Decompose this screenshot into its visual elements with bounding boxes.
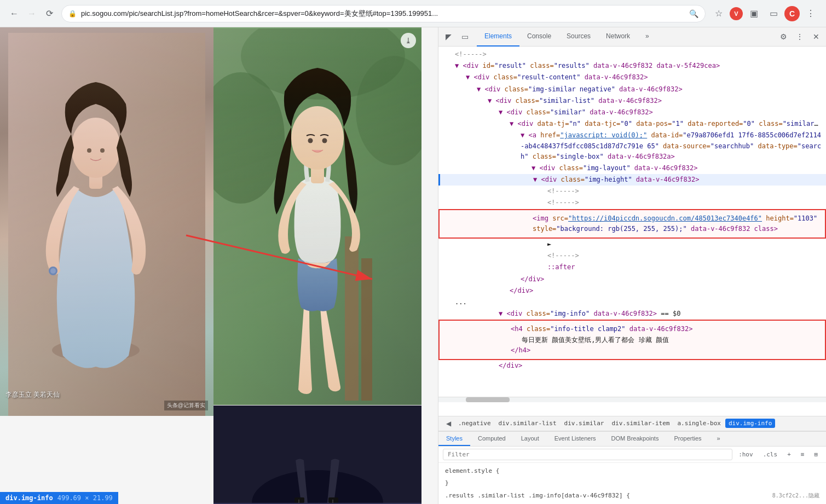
tree-line: </div> <box>438 285 826 297</box>
svg-point-7 <box>50 268 56 274</box>
url-text: pic.sogou.com/pic/searchList.jsp?from=ho… <box>81 9 685 19</box>
styles-filter-bar: :hov .cls + ≡ ⊞ <box>438 447 826 463</box>
devtools-tabs: Elements Console Sources Network » <box>477 27 776 47</box>
tree-line: ► <box>438 239 826 250</box>
browser-toolbar-right: ☆ V ▣ ▭ C ⋮ <box>710 5 819 22</box>
back-button[interactable]: ← <box>7 6 22 21</box>
html-tree[interactable]: <!-----> ▼ <div id="result" class="resul… <box>438 47 826 397</box>
tree-line: <!-----> <box>438 197 826 208</box>
person-image-bottom <box>213 405 421 504</box>
tree-line[interactable]: ▼ <div class="img-layout" data-v-46c9f83… <box>438 163 826 174</box>
tab-console[interactable]: Console <box>519 27 559 47</box>
breadcrumb-back-button[interactable]: ◀ <box>443 418 454 429</box>
svg-point-3 <box>71 118 120 178</box>
filter-grid-button[interactable]: ⊞ <box>810 449 822 460</box>
devtools-more-button[interactable]: ⋮ <box>792 29 807 44</box>
person-image-right <box>213 27 421 405</box>
filter-cls-button[interactable]: .cls <box>759 449 782 460</box>
svg-point-4 <box>87 148 91 153</box>
tree-line-img-height[interactable]: ▼ <div class="img-height" data-v-46c9f83… <box>438 174 826 186</box>
style-rule-element: element.style { <box>438 465 826 478</box>
devtools-settings-button[interactable]: ⚙ <box>776 29 791 44</box>
menu-button[interactable]: ⋮ <box>802 5 819 22</box>
element-size: 499.69 × 21.99 <box>57 494 113 502</box>
tree-line: <!-----> <box>438 49 826 60</box>
device-toolbar-button[interactable]: ▭ <box>457 29 472 44</box>
tab-network[interactable]: Network <box>598 27 638 47</box>
save-button-right[interactable]: ⤓ <box>401 33 416 48</box>
svg-point-5 <box>100 148 105 153</box>
breadcrumb-item-similar-list[interactable]: div.similar-list <box>495 419 560 428</box>
reload-button[interactable]: ⟳ <box>42 6 57 21</box>
extension-button[interactable]: ▣ <box>745 5 763 22</box>
svg-point-15 <box>291 106 344 170</box>
tree-line[interactable]: ▼ <div class="similar-list" data-v-46c9f… <box>438 95 826 107</box>
left-main-image: 李彦玉立 美若天仙 头条@记算看实 <box>0 27 213 416</box>
tab-sources[interactable]: Sources <box>559 27 598 47</box>
styles-tab-properties[interactable]: Properties <box>666 432 709 446</box>
main-content: 李彦玉立 美若天仙 头条@记算看实 <box>0 27 826 504</box>
styles-tab-more[interactable]: » <box>709 432 728 446</box>
styles-tab-computed[interactable]: Computed <box>470 432 513 446</box>
breadcrumb-item-negative[interactable]: .negative <box>455 419 494 428</box>
tree-line-close: </div> <box>438 360 826 372</box>
tree-line[interactable]: ▼ <a href="javascript: void(0);" data-id… <box>438 130 826 163</box>
tree-line-img-info[interactable]: ▼ <div class="img-info" data-v-46c9f832>… <box>438 308 826 320</box>
filter-list-button[interactable]: ≡ <box>797 449 808 460</box>
styles-tab-layout[interactable]: Layout <box>513 432 547 446</box>
styles-tab-dom-breakpoints[interactable]: DOM Breakpoints <box>604 432 667 446</box>
profile-avatar[interactable]: C <box>784 6 800 21</box>
filter-hov-button[interactable]: :hov <box>735 449 757 460</box>
left-image-caption: 李彦玉立 美若天仙 <box>5 390 60 399</box>
tree-line[interactable]: ▼ <div data-tj="n" data-tjc="0" data-pos… <box>438 118 826 130</box>
tree-line[interactable]: ▼ <div class="similar" data-v-46c9f832> <box>438 107 826 118</box>
breadcrumb-item-img-info[interactable]: div.img-info <box>725 419 775 428</box>
forward-button[interactable]: → <box>24 6 39 21</box>
breadcrumb-item-similar[interactable]: div.similar <box>561 419 608 428</box>
devtools-close-button[interactable]: ✕ <box>808 29 824 44</box>
right-image-column: ⤓ <box>213 27 438 504</box>
page-area: 李彦玉立 美若天仙 头条@记算看实 <box>0 27 438 504</box>
tree-line: </div> <box>438 274 826 285</box>
address-bar[interactable]: 🔒 pic.sogou.com/pic/searchList.jsp?from=… <box>61 5 706 22</box>
tree-line[interactable]: ▼ <div id="result" class="results" data-… <box>438 60 826 72</box>
right-top-image: ⤓ <box>213 27 421 405</box>
html-tree-wrapper: <!-----> ▼ <div id="result" class="resul… <box>438 47 826 416</box>
styles-filter-input[interactable] <box>443 449 732 460</box>
element-name: div.img-info <box>5 494 53 502</box>
devtools-toolbar-right: ⚙ ⋮ ✕ <box>776 29 824 44</box>
tree-line-img[interactable]: <img src="https://i04piccdn.sogoucdn.com… <box>438 209 826 239</box>
tab-elements[interactable]: Elements <box>477 27 519 47</box>
svg-rect-23 <box>332 500 333 503</box>
styles-panel: Styles Computed Layout Event Listeners D… <box>438 431 826 505</box>
tree-line: <!-----> <box>438 250 826 262</box>
search-icon: 🔍 <box>689 9 698 18</box>
right-bottom-image <box>213 405 421 504</box>
styles-tab-event-listeners[interactable]: Event Listeners <box>547 432 604 446</box>
tree-line-h4[interactable]: <h4 class="info-title clamp2" data-v-46c… <box>438 320 826 360</box>
tree-line[interactable]: ▼ <div class="result-content" data-v-46c… <box>438 72 826 83</box>
bookmark-button[interactable]: ☆ <box>710 5 727 22</box>
breadcrumb-item-similar-item[interactable]: div.similar-item <box>608 419 673 428</box>
tree-line-ellipsis: ... <box>438 297 826 308</box>
filter-add-button[interactable]: + <box>783 449 795 460</box>
svg-point-16 <box>308 138 313 143</box>
devtools-panel: ◤ ▭ Elements Console Sources Network » ⚙… <box>438 27 826 504</box>
tab-more[interactable]: » <box>638 27 657 47</box>
element-info-bar: div.img-info 499.69 × 21.99 <box>0 492 118 504</box>
style-rule-close: } <box>438 477 826 490</box>
tree-line[interactable]: ▼ <div class="img-similar negative" data… <box>438 84 826 95</box>
html-tree-h-scrollbar[interactable] <box>438 397 826 402</box>
svg-rect-12 <box>345 236 359 401</box>
cast-button[interactable]: ▭ <box>765 5 782 22</box>
vivaldi-logo: V <box>730 7 743 20</box>
security-icon: 🔒 <box>68 10 77 18</box>
styles-content: element.style { } .results .similar-list… <box>438 463 826 505</box>
breadcrumb-item-single-box[interactable]: a.single-box <box>674 419 724 428</box>
inspect-element-button[interactable]: ◤ <box>441 29 456 44</box>
left-image-column: 李彦玉立 美若天仙 头条@记算看实 <box>0 27 213 504</box>
devtools-toolbar: ◤ ▭ Elements Console Sources Network » ⚙… <box>438 27 826 47</box>
browser-toolbar: ← → ⟳ 🔒 pic.sogou.com/pic/searchList.jsp… <box>0 0 826 27</box>
styles-tab-styles[interactable]: Styles <box>438 432 470 446</box>
styles-tabs: Styles Computed Layout Event Listeners D… <box>438 432 826 447</box>
